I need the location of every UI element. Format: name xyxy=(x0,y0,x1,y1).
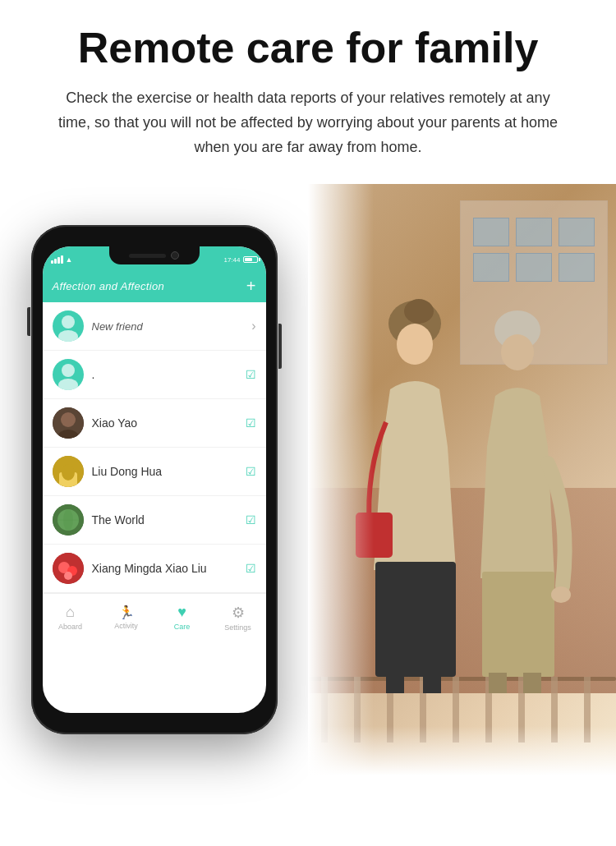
main-title: Remote care for family xyxy=(33,25,583,71)
contact-liu-dong-hua[interactable]: Liu Dong Hua ☑ xyxy=(43,448,266,496)
svg-point-30 xyxy=(397,324,433,365)
photo-side xyxy=(308,184,616,775)
phone-side: ▲ 17:44 Affection and Affection + xyxy=(0,184,308,775)
chevron-right-icon: › xyxy=(251,319,255,333)
svg-point-9 xyxy=(62,464,75,480)
nav-label-activity: Activity xyxy=(114,622,138,630)
contact-the-world[interactable]: The World ☑ xyxy=(43,496,266,545)
nav-activity[interactable]: 🏃 Activity xyxy=(99,594,154,641)
notch-camera xyxy=(171,251,179,260)
subtitle: Check the exercise or health data report… xyxy=(53,86,563,159)
wifi-icon: ▲ xyxy=(66,255,73,264)
avatar-dot xyxy=(53,359,84,390)
contact-xiang-mingda[interactable]: Xiang Mingda Xiao Liu ☑ xyxy=(43,545,266,593)
svg-point-40 xyxy=(551,586,571,603)
svg-point-17 xyxy=(64,572,72,580)
svg-point-2 xyxy=(62,364,75,377)
app-title: Affection and Affection xyxy=(53,280,165,292)
check-icon-the-world: ☑ xyxy=(246,513,256,526)
contact-name-the-world: The World xyxy=(92,513,246,526)
avatar-xiang-mingda xyxy=(53,553,84,584)
phone-notch xyxy=(109,246,200,264)
check-icon-liu-dong-hua: ☑ xyxy=(246,465,256,478)
status-right: 17:44 xyxy=(223,256,257,264)
battery-fill xyxy=(245,258,253,261)
svg-rect-38 xyxy=(489,673,507,693)
nav-label-settings: Settings xyxy=(224,623,251,632)
check-icon-dot: ☑ xyxy=(246,368,256,381)
phone-screen: ▲ 17:44 Affection and Affection + xyxy=(43,246,266,713)
nav-aboard[interactable]: ⌂ Aboard xyxy=(43,594,99,641)
avatar-new-friend xyxy=(53,310,84,342)
svg-rect-32 xyxy=(356,513,393,558)
contact-name-xiang-mingda: Xiang Mingda Xiao Liu xyxy=(92,562,246,575)
activity-icon: 🏃 xyxy=(118,605,135,620)
contact-list: New friend › . ☑ xyxy=(43,302,266,593)
svg-point-36 xyxy=(501,334,534,370)
avatar-xiao-yao xyxy=(53,407,84,439)
background-image xyxy=(308,184,616,775)
contact-name-new-friend: New friend xyxy=(92,320,252,333)
avatar-liu-dong-hua xyxy=(53,456,84,487)
svg-point-5 xyxy=(61,412,76,427)
contact-dot[interactable]: . ☑ xyxy=(43,351,266,399)
notch-speaker xyxy=(129,254,166,258)
elderly-couple-illustration xyxy=(308,184,616,775)
signal-icon xyxy=(51,255,63,264)
check-icon-xiang-mingda: ☑ xyxy=(246,562,256,575)
nav-label-aboard: Aboard xyxy=(58,623,82,631)
svg-rect-37 xyxy=(482,572,554,677)
battery-icon xyxy=(243,256,258,263)
nav-settings[interactable]: ⚙ Settings xyxy=(210,594,266,641)
svg-point-29 xyxy=(404,299,434,324)
svg-point-3 xyxy=(58,379,78,390)
aboard-icon: ⌂ xyxy=(66,604,75,621)
svg-rect-31 xyxy=(375,562,456,677)
contact-name-xiao-yao: Xiao Yao xyxy=(92,416,246,430)
add-contact-button[interactable]: + xyxy=(246,278,256,294)
status-left: ▲ xyxy=(51,255,73,264)
bottom-nav: ⌂ Aboard 🏃 Activity ♥ Care ⚙ Settings xyxy=(43,593,266,641)
svg-point-0 xyxy=(62,315,75,329)
contact-xiao-yao[interactable]: Xiao Yao ☑ xyxy=(43,399,266,448)
svg-rect-33 xyxy=(386,673,404,693)
contact-new-friend[interactable]: New friend › xyxy=(43,302,266,351)
svg-rect-18 xyxy=(308,677,616,681)
app-header: Affection and Affection + xyxy=(43,269,266,302)
bottom-section: ▲ 17:44 Affection and Affection + xyxy=(0,184,616,775)
svg-rect-39 xyxy=(523,673,541,693)
header-section: Remote care for family Check the exercis… xyxy=(0,0,616,176)
phone-mockup: ▲ 17:44 Affection and Affection + xyxy=(31,225,278,734)
time-display: 17:44 xyxy=(223,256,240,264)
nav-label-care: Care xyxy=(174,623,191,631)
nav-care[interactable]: ♥ Care xyxy=(154,594,210,641)
svg-rect-34 xyxy=(423,673,441,693)
care-icon: ♥ xyxy=(177,604,186,621)
check-icon-xiao-yao: ☑ xyxy=(246,416,256,430)
avatar-the-world xyxy=(53,504,84,536)
contact-name-liu-dong-hua: Liu Dong Hua xyxy=(92,465,246,478)
contact-name-dot: . xyxy=(92,368,246,381)
settings-icon: ⚙ xyxy=(232,604,245,622)
svg-point-1 xyxy=(58,330,78,342)
